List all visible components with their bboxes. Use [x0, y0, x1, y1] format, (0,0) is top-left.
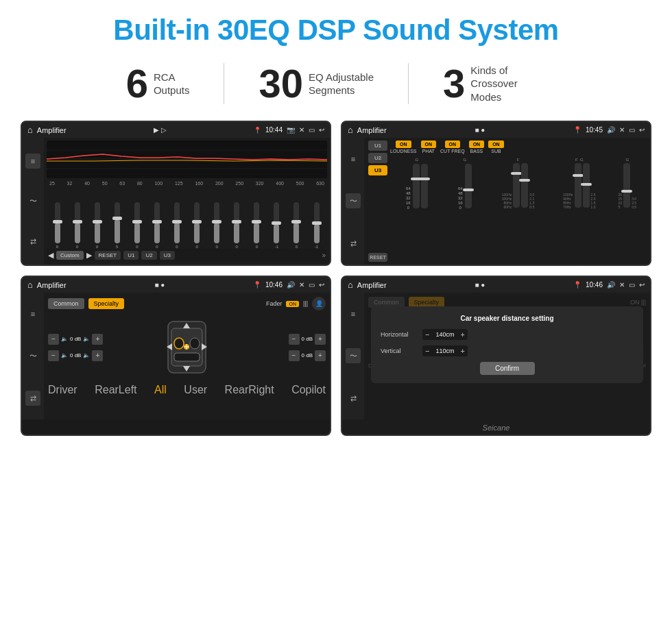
eq-slider-3[interactable]: 0 [88, 202, 106, 249]
eq-slider-1[interactable]: 0 [48, 202, 67, 249]
amp2-cutfreq: ON CUT FREQ [440, 141, 465, 154]
fader-lbl-copilot[interactable]: Copilot [291, 384, 326, 396]
eq-bottom-bar: ◀ Custom ▶ RESET U1 U2 U3 » [47, 249, 327, 262]
fader-grid: − 🔈 0 dB 🔈 + − 🔈 0 dB 🔈 [48, 315, 326, 380]
eq-minimize-icon: ▭ [309, 126, 315, 134]
fader-common-tab[interactable]: Common [48, 298, 84, 309]
fader-lbl-all[interactable]: All [154, 384, 167, 396]
amp2-cutfreq-slider1[interactable] [513, 163, 520, 208]
fader-user-icon[interactable]: 👤 [312, 297, 326, 310]
eq-slider-14[interactable]: -1 [307, 202, 326, 249]
eq-u2-btn[interactable]: U2 [141, 251, 156, 260]
amp2-u2-btn[interactable]: U2 [368, 153, 387, 163]
amp2-cutfreq-toggle[interactable]: ON [445, 141, 461, 148]
amp2-bass-ctrl: F G 100Hz90Hz80Hz70Hz [553, 158, 606, 209]
fader-ctrl-3: − 0 dB + [289, 334, 326, 345]
eq-u1-btn[interactable]: U1 [123, 251, 139, 260]
amp2-eq-icon[interactable]: ≡ [346, 151, 361, 167]
fader-lbl-user[interactable]: User [184, 384, 207, 396]
distance-eq-icon[interactable]: ≡ [346, 306, 361, 321]
fader-lbl-rearleft[interactable]: RearLeft [95, 384, 136, 396]
amp2-arrows-icon[interactable]: ⇄ [346, 236, 361, 251]
amp2-loudness-slider2[interactable] [421, 164, 428, 208]
eq-slider-6[interactable]: 0 [147, 202, 166, 249]
fader-toprow: Common Specialty Fader ON ||| 👤 [48, 297, 326, 310]
eq-slider-10[interactable]: 0 [228, 202, 246, 249]
amp2-bass-slider1[interactable] [575, 163, 581, 208]
fader-plus-3[interactable]: + [315, 334, 326, 345]
eq-arrows-icon[interactable]: ⇄ [25, 234, 40, 249]
distance-sidebar: ≡ 〜 ⇄ [342, 293, 364, 419]
eq-slider-2[interactable]: 0 [68, 202, 86, 249]
eq-slider-13[interactable]: 0 [287, 202, 306, 249]
seicane-watermark: Seicane [342, 419, 650, 435]
amp2-u3-btn[interactable]: U3 [368, 165, 387, 175]
distance-horizontal-plus[interactable]: + [460, 330, 464, 339]
amp2-reset-btn[interactable]: RESET [368, 253, 387, 262]
stat-label-rca: RCAOutputs [154, 71, 190, 97]
fader-minus-2[interactable]: − [48, 350, 59, 361]
fader-car-center [111, 315, 263, 380]
stats-row: 6 RCAOutputs 30 EQ AdjustableSegments 3 … [21, 63, 651, 104]
eq-wave-icon[interactable]: 〜 [25, 194, 40, 209]
fader-speaker-l2: 🔈 [61, 352, 68, 358]
screen-fader: ⌂ Amplifier ■ ● 📍 10:46 🔊 ✕ ▭ ↩ ≡ 〜 ⇄ [21, 276, 331, 436]
fader-minus-3[interactable]: − [289, 334, 300, 345]
amp2-loudness-toggle[interactable]: ON [396, 141, 411, 148]
eq-slider-5[interactable]: 0 [128, 202, 146, 249]
fader-lbl-rearright[interactable]: RearRight [225, 384, 274, 396]
distance-horizontal-input[interactable]: − 140cm + [422, 329, 468, 340]
fader-specialty-tab[interactable]: Specialty [88, 298, 125, 309]
amp2-cutfreq-slider2[interactable] [521, 163, 528, 208]
distance-horizontal-minus[interactable]: − [425, 330, 429, 339]
fader-ctrl-1: − 🔈 0 dB 🔈 + [48, 334, 110, 345]
amp2-loudness-slider1[interactable] [413, 164, 420, 208]
screen-distance: ⌂ Amplifier ■ ● 📍 10:46 🔊 ✕ ▭ ↩ ≡ 〜 ⇄ [341, 276, 651, 436]
distance-vertical-minus[interactable]: − [425, 347, 429, 355]
eq-slider-7[interactable]: 0 [167, 202, 186, 249]
eq-prev-icon[interactable]: ◀ [48, 251, 53, 260]
distance-confirm-button[interactable]: Confirm [480, 362, 535, 375]
amp2-bass-slider2[interactable] [583, 163, 590, 208]
fader-wave-icon[interactable]: 〜 [25, 348, 40, 363]
fader-lbl-driver[interactable]: Driver [48, 384, 77, 396]
eq-reset-btn[interactable]: RESET [95, 251, 121, 260]
fader-minus-4[interactable]: − [289, 350, 300, 361]
eq-next-icon[interactable]: ▶ [86, 251, 92, 260]
fader-volume-icon: 🔊 [287, 281, 295, 289]
distance-arrows-icon[interactable]: ⇄ [346, 391, 361, 406]
eq-equalizer-icon[interactable]: ≡ [25, 154, 40, 169]
eq-slider-4[interactable]: 5 [108, 202, 126, 249]
fader-plus-4[interactable]: + [315, 350, 326, 361]
eq-main-area: 2532405063 80100125160200 25032040050063… [44, 138, 330, 265]
eq-slider-12[interactable]: -1 [267, 202, 286, 249]
eq-slider-11[interactable]: 0 [248, 202, 266, 249]
fader-eq-icon[interactable]: ≡ [25, 306, 40, 321]
distance-vertical-input[interactable]: − 110cm + [422, 345, 468, 356]
amp2-sub: ON SUB [488, 141, 504, 154]
eq-expand-icon[interactable]: » [322, 252, 326, 259]
eq-custom-btn[interactable]: Custom [56, 251, 84, 260]
eq-slider-8[interactable]: 0 [188, 202, 206, 249]
amp2-phat-slider[interactable] [465, 164, 472, 208]
fader-on-badge: ON [286, 301, 299, 307]
amp2-phat-toggle[interactable]: ON [421, 141, 437, 148]
fader-bottom-labels: Driver RearLeft All User RearRight Copil… [48, 384, 326, 396]
fader-topbar: ⌂ Amplifier ■ ● 📍 10:46 🔊 ✕ ▭ ↩ [22, 277, 330, 293]
eq-u3-btn[interactable]: U3 [160, 251, 175, 260]
fader-arrows-icon[interactable]: ⇄ [25, 391, 40, 406]
fader-plus-1[interactable]: + [92, 334, 103, 345]
fader-minus-1[interactable]: − [48, 334, 59, 345]
fader-title: Amplifier [37, 281, 67, 289]
amp2-bass-toggle[interactable]: ON [469, 141, 485, 148]
distance-vertical-plus[interactable]: + [460, 347, 464, 355]
distance-wave-icon[interactable]: 〜 [346, 348, 361, 363]
eq-location-icon: 📍 [254, 127, 261, 134]
amp2-wave-icon[interactable]: 〜 [346, 193, 361, 208]
amp2-u1-btn[interactable]: U1 [368, 141, 387, 151]
amp2-sub-slider[interactable] [623, 163, 630, 208]
amp2-sub-toggle[interactable]: ON [488, 141, 504, 148]
fader-speaker-r1: 🔈 [83, 336, 90, 342]
eq-slider-9[interactable]: 0 [208, 202, 226, 249]
fader-plus-2[interactable]: + [92, 350, 103, 361]
